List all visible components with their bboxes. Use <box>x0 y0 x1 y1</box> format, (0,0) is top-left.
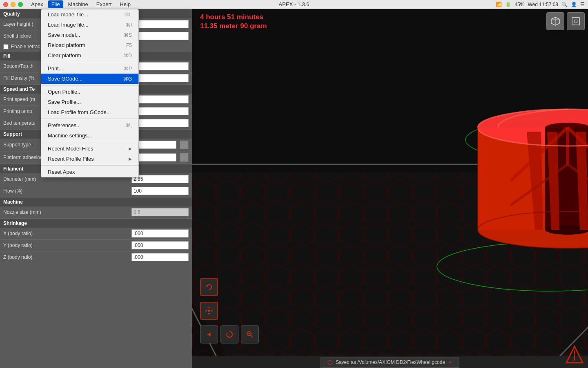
menu-machine-settings[interactable]: Machine settings... <box>41 130 138 141</box>
platform-adhesion-btn[interactable]: ... <box>180 153 189 162</box>
enable-retraction-checkbox[interactable] <box>3 44 9 49</box>
reset-icon <box>225 330 234 339</box>
back-icon <box>205 330 214 339</box>
title-bar-right: 📶 🔋 45% Wed 11:57:08 🔍 👤 ☰ <box>496 2 585 7</box>
status-bar: ⬡ Saved as /Volumes/AXIOM DD2/FlexWheel.… <box>192 356 588 368</box>
print-material: 11.35 meter 90 gram <box>200 22 267 30</box>
close-button[interactable] <box>3 2 8 7</box>
svg-line-40 <box>251 335 253 337</box>
shrinkage-z-input[interactable] <box>131 253 189 261</box>
maximize-button[interactable] <box>18 2 23 7</box>
flow-label: Flow (%) <box>3 188 131 194</box>
svg-point-31 <box>574 20 577 23</box>
reset-button[interactable] <box>220 325 238 343</box>
status-check-icon: ✓ <box>448 359 452 365</box>
menu-clear-platform[interactable]: Clear platform ⌘D <box>41 50 138 61</box>
separator-4 <box>41 142 138 142</box>
shrinkage-y-row: Y (body ratio) <box>0 240 192 251</box>
support-type-btn[interactable]: ... <box>180 140 189 149</box>
viewport-top-right-buttons <box>546 12 585 30</box>
shell-thickness-input[interactable] <box>131 32 189 40</box>
window-title: APEX - 1.3.6 <box>278 1 309 7</box>
menu-open-profile[interactable]: Open Profile... <box>41 87 138 97</box>
nozzle-size-row: Nozzle size (mm) <box>0 206 192 218</box>
menu-preferences[interactable]: Preferences... ⌘, <box>41 120 138 130</box>
svg-rect-30 <box>572 18 579 25</box>
diameter-input[interactable] <box>131 175 189 183</box>
shrinkage-x-input[interactable] <box>131 229 189 238</box>
clock: Wed 11:57:08 <box>528 2 558 7</box>
fill-density-input[interactable] <box>131 74 189 82</box>
menu-print[interactable]: Print... ⌘P <box>41 63 138 74</box>
menu-apex[interactable]: Apex <box>28 0 47 8</box>
separator-5 <box>41 165 138 166</box>
bed-temp-input[interactable] <box>131 119 189 127</box>
menu-machine[interactable]: Machine <box>65 0 91 8</box>
traffic-lights <box>3 2 23 7</box>
flow-input[interactable] <box>131 187 189 195</box>
search-icon[interactable]: 🔍 <box>561 2 568 7</box>
shrinkage-x-row: X (body ratio) <box>0 228 192 240</box>
shrinkage-y-input[interactable] <box>131 241 189 249</box>
menu-save-profile[interactable]: Save Profile... <box>41 97 138 107</box>
bottom-tool-row <box>200 325 259 343</box>
status-message: Saved as /Volumes/AXIOM DD2/FlexWheel.gc… <box>336 359 445 365</box>
battery-icon: 🔋 <box>505 2 511 7</box>
menu-recent-models[interactable]: Recent Model Files ▶ <box>41 144 138 154</box>
svg-marker-38 <box>226 333 228 334</box>
menu-help[interactable]: Help <box>116 0 134 8</box>
menu-expert[interactable]: Expert <box>93 0 115 8</box>
menu-file[interactable]: File <box>48 0 63 8</box>
menu-reload-platform[interactable]: Reload platform F5 <box>41 40 138 50</box>
status-icon: ⬡ <box>327 359 332 366</box>
file-dropdown-menu: Load model file... ⌘L Load Image file...… <box>41 9 139 177</box>
svg-marker-34 <box>208 313 210 315</box>
battery-percent: 45% <box>514 2 524 7</box>
rotate-icon <box>203 281 215 293</box>
bottom-toolbar <box>200 278 259 343</box>
menu-reset-apex[interactable]: Reset Apex <box>41 167 138 177</box>
layer-height-input[interactable] <box>131 20 189 28</box>
view-3d-button[interactable] <box>546 12 564 30</box>
svg-marker-35 <box>205 310 207 312</box>
cube-icon <box>550 16 561 27</box>
zoom-icon <box>245 330 254 339</box>
viewport: 4 hours 51 minutes 11.35 meter 90 gram <box>192 9 588 368</box>
view-front-button[interactable] <box>567 12 585 30</box>
status-text: ⬡ Saved as /Volumes/AXIOM DD2/FlexWheel.… <box>321 357 459 368</box>
user-icon: 👤 <box>571 2 577 7</box>
zoom-button[interactable] <box>241 325 259 343</box>
menu-load-image[interactable]: Load Image file... ⌘I <box>41 20 138 30</box>
shrinkage-x-label: X (body ratio) <box>3 231 131 236</box>
svg-rect-37 <box>208 310 210 312</box>
shrinkage-z-row: Z (body ratio) <box>0 251 192 263</box>
svg-marker-33 <box>208 307 210 308</box>
apex-logo-bottom-right <box>564 344 585 365</box>
section-machine: Machine <box>0 197 192 206</box>
wifi-icon: 📶 <box>496 2 502 7</box>
printing-temp-input[interactable] <box>131 107 189 115</box>
menu-save-gcode[interactable]: Save GCode... ⌘G <box>41 74 138 84</box>
title-bar: Apex File Machine Expert Help APEX - 1.3… <box>0 0 588 9</box>
menu-load-profile-gcode[interactable]: Load Profile from GCode... <box>41 107 138 117</box>
minimize-button[interactable] <box>11 2 16 7</box>
nozzle-size-label: Nozzle size (mm) <box>3 209 131 215</box>
list-icon: ☰ <box>580 2 585 7</box>
stats-overlay: 4 hours 51 minutes 11.35 meter 90 gram <box>200 13 267 30</box>
print-time: 4 hours 51 minutes <box>200 13 267 21</box>
title-bar-left: Apex File Machine Expert Help <box>3 0 134 8</box>
back-button[interactable] <box>200 325 218 343</box>
view-icon <box>570 16 581 27</box>
menu-bar: Apex File Machine Expert Help <box>28 0 134 8</box>
section-shrinkage: Shrinkage <box>0 218 192 228</box>
menu-save-model[interactable]: Save model... ⌘S <box>41 30 138 40</box>
bottom-top-input[interactable] <box>131 62 189 70</box>
svg-marker-36 <box>212 310 213 312</box>
rotate-tool-button[interactable] <box>200 278 218 296</box>
menu-recent-profiles[interactable]: Recent Profile Files ▶ <box>41 154 138 164</box>
move-tool-button[interactable] <box>200 302 218 320</box>
print-speed-input[interactable] <box>131 95 189 103</box>
separator-3 <box>41 119 138 119</box>
nozzle-size-input <box>131 208 189 216</box>
menu-load-model[interactable]: Load model file... ⌘L <box>41 9 138 20</box>
